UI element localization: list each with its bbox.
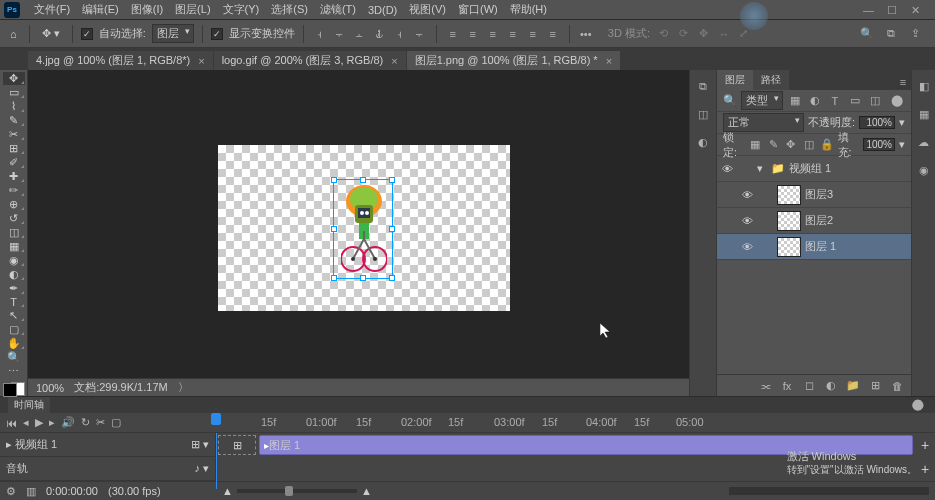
goto-first-icon[interactable]: ⏮ (6, 417, 17, 429)
track-expand-icon[interactable]: ▸ (6, 438, 12, 450)
visibility-icon[interactable]: 👁 (741, 215, 755, 227)
eyedropper-tool[interactable]: ✐ (3, 156, 25, 169)
menu-filter[interactable]: 滤镜(T) (314, 0, 362, 19)
drop-zone[interactable]: ⊞ (218, 435, 256, 455)
doc-tab-2[interactable]: logo.gif @ 200% (图层 3, RGB/8)× (214, 51, 406, 70)
dist-v2-icon[interactable]: ≡ (525, 26, 541, 42)
align-bottom-icon[interactable]: ⫟ (412, 26, 428, 42)
zoom-out-icon[interactable]: ▲ (222, 485, 233, 497)
menu-view[interactable]: 视图(V) (403, 0, 452, 19)
frame-tool[interactable]: ⊞ (3, 142, 25, 155)
loop-icon[interactable]: ↻ (81, 416, 90, 429)
filter-shape-icon[interactable]: ▭ (847, 93, 863, 109)
move-tool-preset[interactable]: ✥ ▾ (38, 25, 64, 42)
gradient-tool[interactable]: ▦ (3, 240, 25, 253)
layer-name[interactable]: 图层3 (805, 187, 833, 202)
lock-position-icon[interactable]: ✥ (784, 137, 798, 153)
menu-image[interactable]: 图像(I) (125, 0, 169, 19)
close-tab-icon[interactable]: × (198, 55, 204, 67)
zoom-level[interactable]: 100% (36, 382, 64, 394)
filter-adjust-icon[interactable]: ◐ (807, 93, 823, 109)
add-mask-icon[interactable]: ◻ (801, 378, 817, 394)
stamp-tool[interactable]: ⊕ (3, 198, 25, 211)
align-left-icon[interactable]: ⫞ (312, 26, 328, 42)
handle-bm[interactable] (360, 275, 366, 281)
menu-3d[interactable]: 3D(D) (362, 2, 403, 18)
layer-filter-kind[interactable]: 类型 (741, 91, 783, 110)
close-tab-icon[interactable]: × (391, 55, 397, 67)
history-brush-tool[interactable]: ↺ (3, 212, 25, 225)
blur-tool[interactable]: ◉ (3, 254, 25, 267)
share-icon[interactable]: ⇪ (907, 26, 923, 42)
handle-br[interactable] (389, 275, 395, 281)
panel-menu-icon[interactable]: ≡ (895, 74, 911, 90)
timeline-scrollbar[interactable] (729, 487, 929, 495)
opacity-input[interactable]: 100% (859, 116, 895, 129)
layer-thumb[interactable] (777, 211, 801, 231)
link-layers-icon[interactable]: ⫘ (757, 378, 773, 394)
menu-layer[interactable]: 图层(L) (169, 0, 216, 19)
maximize-icon[interactable]: ☐ (887, 4, 899, 16)
layers-tab[interactable]: 图层 (717, 70, 753, 90)
menu-select[interactable]: 选择(S) (265, 0, 314, 19)
convert-frames-icon[interactable]: ▥ (26, 485, 36, 498)
dodge-tool[interactable]: ◐ (3, 268, 25, 281)
filter-toggle-icon[interactable]: ⬤ (889, 93, 905, 109)
layer-fx-icon[interactable]: fx (779, 378, 795, 394)
quick-select-tool[interactable]: ✎ (3, 114, 25, 127)
delete-layer-icon[interactable]: 🗑 (889, 378, 905, 394)
search-icon[interactable]: 🔍 (859, 26, 875, 42)
split-icon[interactable]: ✂ (96, 416, 105, 429)
audio-track-header[interactable]: 音轨 ♪ ▾ (0, 457, 215, 481)
doc-tab-1[interactable]: 4.jpg @ 100% (图层 1, RGB/8*)× (28, 51, 213, 70)
fill-input[interactable]: 100% (863, 138, 895, 151)
properties-panel-icon[interactable]: ◫ (693, 104, 713, 124)
track-film-icon[interactable]: ⊞ (191, 438, 200, 450)
transform-bounds[interactable] (333, 179, 393, 279)
home-icon[interactable]: ⌂ (6, 26, 21, 42)
playhead[interactable] (211, 413, 221, 425)
layer-name[interactable]: 视频组 1 (789, 161, 831, 176)
align-top-icon[interactable]: ⫝̸ (372, 26, 388, 42)
layer-group-row[interactable]: 👁 ▾ 📁 视频组 1 (717, 156, 911, 182)
track-audio-icon[interactable]: ♪ (194, 462, 200, 474)
show-transform-checkbox[interactable] (211, 28, 223, 40)
align-right-icon[interactable]: ⫠ (352, 26, 368, 42)
timeline-settings-icon[interactable]: ⚙ (6, 485, 16, 498)
align-vcenter-icon[interactable]: ⫞ (392, 26, 408, 42)
zoom-slider[interactable] (237, 489, 357, 493)
visibility-icon[interactable]: 👁 (721, 163, 735, 175)
path-select-tool[interactable]: ↖ (3, 309, 25, 322)
add-media-icon[interactable]: + (919, 437, 931, 453)
new-layer-icon[interactable]: ⊞ (867, 378, 883, 394)
layer-name[interactable]: 图层2 (805, 213, 833, 228)
new-group-icon[interactable]: 📁 (845, 378, 861, 394)
handle-tr[interactable] (389, 177, 395, 183)
canvas-area[interactable]: 100% 文档:299.9K/1.17M 〉 (28, 70, 689, 396)
layer-row-selected[interactable]: 👁 图层 1 (717, 234, 911, 260)
adjustments-panel-icon[interactable]: ◐ (693, 132, 713, 152)
menu-edit[interactable]: 编辑(E) (76, 0, 125, 19)
eraser-tool[interactable]: ◫ (3, 226, 25, 239)
healing-tool[interactable]: ✚ (3, 170, 25, 183)
dist-h3-icon[interactable]: ≡ (485, 26, 501, 42)
menu-file[interactable]: 文件(F) (28, 0, 76, 19)
opacity-arrow-icon[interactable]: ▾ (899, 116, 905, 129)
new-adjustment-icon[interactable]: ◐ (823, 378, 839, 394)
menu-window[interactable]: 窗口(W) (452, 0, 504, 19)
history-panel-icon[interactable]: ⧉ (693, 76, 713, 96)
dist-v3-icon[interactable]: ≡ (545, 26, 561, 42)
dist-h2-icon[interactable]: ≡ (465, 26, 481, 42)
handle-mr[interactable] (389, 226, 395, 232)
hand-tool[interactable]: ✋ (3, 337, 25, 350)
close-icon[interactable]: ✕ (911, 4, 923, 16)
zoom-in-icon[interactable]: ▲ (361, 485, 372, 497)
move-tool[interactable]: ✥ (3, 72, 25, 85)
learn-panel-icon[interactable]: ◉ (914, 160, 934, 180)
recent-icon[interactable]: ⧉ (883, 26, 899, 42)
add-audio-icon[interactable]: + (919, 461, 931, 477)
visibility-icon[interactable]: 👁 (741, 241, 755, 253)
audio-icon[interactable]: 🔊 (61, 416, 75, 429)
more-options-icon[interactable]: ••• (578, 26, 594, 42)
align-hcenter-icon[interactable]: ⫟ (332, 26, 348, 42)
